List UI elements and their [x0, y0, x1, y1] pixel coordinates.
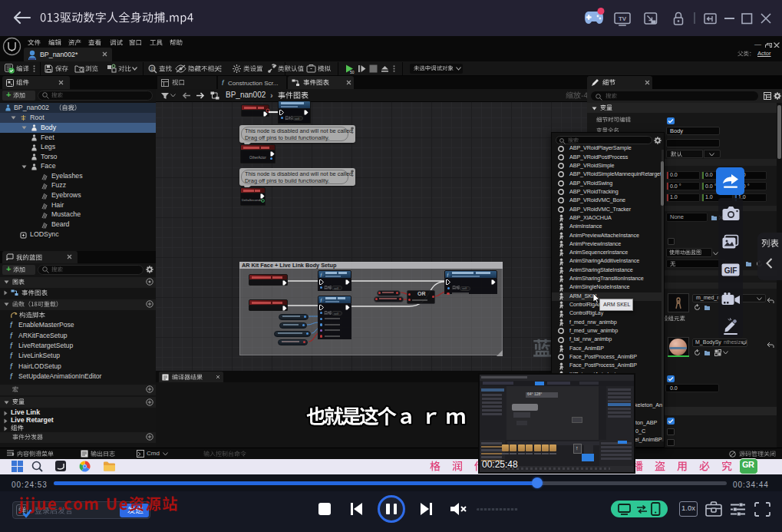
svg-text:@: @ [150, 66, 154, 71]
svg-text:50: 50 [350, 70, 355, 74]
svg-text:GIF: GIF [724, 266, 737, 275]
svg-text:TV: TV [619, 15, 627, 22]
